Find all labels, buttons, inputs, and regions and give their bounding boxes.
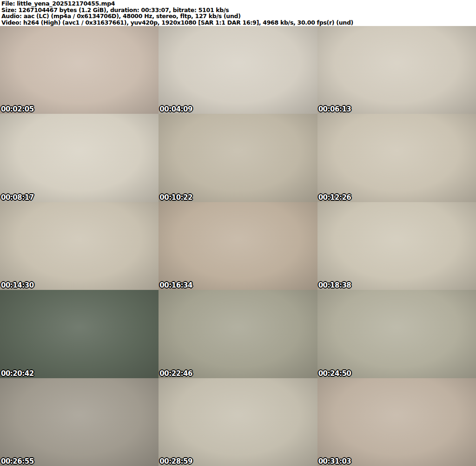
video-frame: 00:04:09: [159, 26, 317, 114]
video-frame: 00:22:46: [159, 290, 317, 378]
timestamp-overlay: 00:24:50: [318, 369, 351, 378]
file-size-line: Size: 1267104467 bytes (1.2 GiB), durati…: [1, 7, 476, 13]
timestamp-overlay: 00:14:30: [1, 281, 34, 289]
timestamp-overlay: 00:08:17: [1, 193, 34, 202]
timestamp-overlay: 00:22:46: [159, 369, 192, 378]
video-frame: 00:08:17: [0, 114, 159, 202]
video-frame: 00:31:03: [317, 378, 476, 466]
timestamp-overlay: 00:31:03: [318, 457, 351, 466]
timestamp-overlay: 00:10:22: [159, 193, 192, 202]
video-frame: 00:02:05: [0, 26, 159, 114]
thumbnail-grid: 00:02:05 00:04:09 00:06:13 00:08:17 00:1…: [0, 26, 476, 466]
video-frame: 00:06:13: [317, 26, 476, 114]
video-frame: 00:12:26: [317, 114, 476, 202]
timestamp-overlay: 00:02:05: [1, 105, 34, 113]
contact-sheet: File: little_yena_202512170455.mp4 Size:…: [0, 0, 476, 466]
timestamp-overlay: 00:28:59: [159, 457, 192, 466]
video-frame: 00:14:30: [0, 202, 159, 290]
timestamp-overlay: 00:18:38: [318, 281, 351, 289]
video-frame: 00:26:55: [0, 378, 159, 466]
video-frame: 00:20:42: [0, 290, 159, 378]
video-info-line: Video: h264 (High) (avc1 / 0x31637661), …: [1, 20, 476, 26]
timestamp-overlay: 00:12:26: [318, 193, 351, 202]
media-info-header: File: little_yena_202512170455.mp4 Size:…: [0, 0, 476, 26]
file-name-line: File: little_yena_202512170455.mp4: [1, 0, 476, 7]
video-frame: 00:28:59: [159, 378, 317, 466]
timestamp-overlay: 00:20:42: [1, 369, 34, 378]
audio-info-line: Audio: aac (LC) (mp4a / 0x6134706D), 480…: [1, 13, 476, 20]
timestamp-overlay: 00:26:55: [1, 457, 34, 466]
video-frame: 00:16:34: [159, 202, 317, 290]
video-frame: 00:18:38: [317, 202, 476, 290]
video-frame: 00:10:22: [159, 114, 317, 202]
timestamp-overlay: 00:16:34: [159, 281, 192, 289]
timestamp-overlay: 00:06:13: [318, 105, 351, 113]
timestamp-overlay: 00:04:09: [159, 105, 192, 113]
video-frame: 00:24:50: [317, 290, 476, 378]
